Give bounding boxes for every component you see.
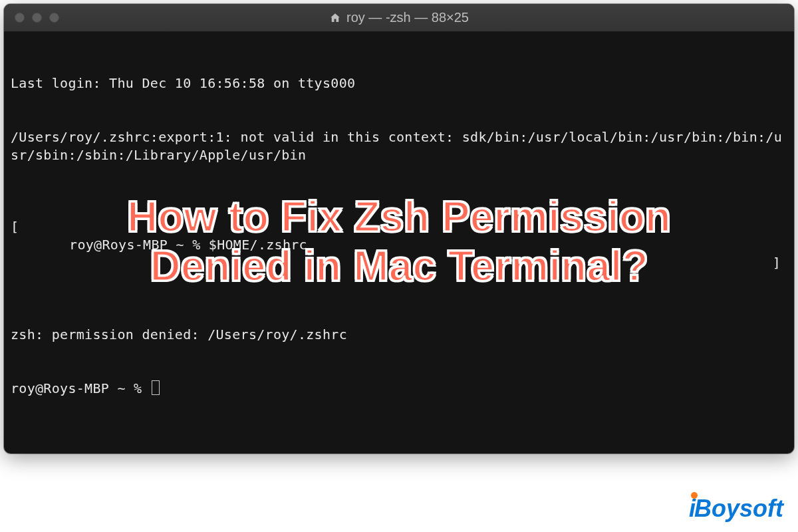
terminal-prompt-row: [ roy@Roys-MBP ~ % $HOME/.zshrc ]: [11, 200, 787, 290]
watermark-logo: iBoysoft: [689, 495, 783, 523]
terminal-prompt-current[interactable]: roy@Roys-MBP ~ %: [11, 380, 787, 398]
watermark-i: i: [689, 495, 696, 523]
prompt-text: roy@Roys-MBP ~ %: [11, 380, 150, 396]
cursor: [152, 380, 160, 395]
prompt-open-bracket: [: [11, 218, 19, 236]
terminal-error-line: zsh: permission denied: /Users/roy/.zshr…: [11, 326, 787, 344]
traffic-lights[interactable]: [15, 13, 59, 23]
terminal-output-line: /Users/roy/.zshrc:export:1: not valid in…: [11, 128, 787, 164]
watermark-dot-icon: [691, 492, 698, 499]
terminal-window: roy — -zsh — 88×25 Last login: Thu Dec 1…: [4, 4, 794, 454]
watermark-text: Boysoft: [694, 495, 783, 523]
minimize-button[interactable]: [32, 13, 42, 23]
terminal-body[interactable]: Last login: Thu Dec 10 16:56:58 on ttys0…: [4, 32, 794, 440]
window-title-text: roy — -zsh — 88×25: [346, 10, 469, 25]
close-button[interactable]: [15, 13, 25, 23]
home-icon: [329, 12, 341, 24]
prompt-close-bracket: ]: [773, 254, 781, 272]
terminal-output-line: Last login: Thu Dec 10 16:56:58 on ttys0…: [11, 74, 787, 92]
zoom-button[interactable]: [49, 13, 59, 23]
terminal-command: roy@Roys-MBP ~ % $HOME/.zshrc: [60, 237, 307, 253]
window-title: roy — -zsh — 88×25: [4, 10, 794, 25]
window-titlebar: roy — -zsh — 88×25: [4, 4, 794, 32]
